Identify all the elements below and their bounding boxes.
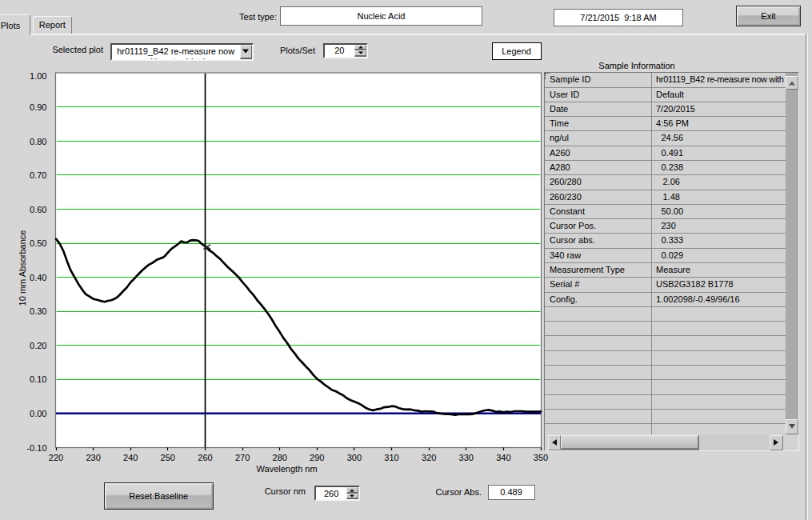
svg-text:290: 290 — [310, 453, 324, 462]
svg-text:0.00: 0.00 — [30, 409, 46, 418]
svg-text:230: 230 — [86, 453, 100, 462]
svg-text:220: 220 — [49, 453, 63, 462]
svg-text:0.30: 0.30 — [30, 306, 46, 316]
svg-text:250: 250 — [161, 453, 175, 462]
svg-text:310: 310 — [384, 453, 398, 462]
svg-text:0.20: 0.20 — [30, 341, 46, 350]
svg-text:330: 330 — [459, 453, 474, 462]
svg-text:Wavelength nm: Wavelength nm — [257, 464, 318, 474]
svg-text:1.00: 1.00 — [30, 71, 46, 81]
svg-text:350: 350 — [534, 453, 548, 462]
svg-text:-0.10: -0.10 — [26, 443, 46, 453]
svg-text:0.90: 0.90 — [30, 102, 46, 112]
svg-text:0.80: 0.80 — [30, 137, 46, 146]
svg-text:0.50: 0.50 — [30, 238, 46, 248]
svg-text:0.60: 0.60 — [30, 205, 46, 214]
svg-text:260: 260 — [198, 453, 212, 462]
svg-text:10 mm Absorbance: 10 mm Absorbance — [18, 230, 27, 306]
svg-text:340: 340 — [496, 453, 510, 462]
svg-text:280: 280 — [273, 453, 287, 462]
svg-text:0.10: 0.10 — [30, 374, 46, 384]
svg-text:300: 300 — [347, 453, 362, 462]
svg-text:320: 320 — [422, 453, 436, 462]
svg-text:0.70: 0.70 — [30, 170, 46, 180]
svg-text:270: 270 — [235, 453, 250, 462]
svg-text:0.40: 0.40 — [30, 273, 46, 282]
svg-text:240: 240 — [123, 453, 138, 462]
